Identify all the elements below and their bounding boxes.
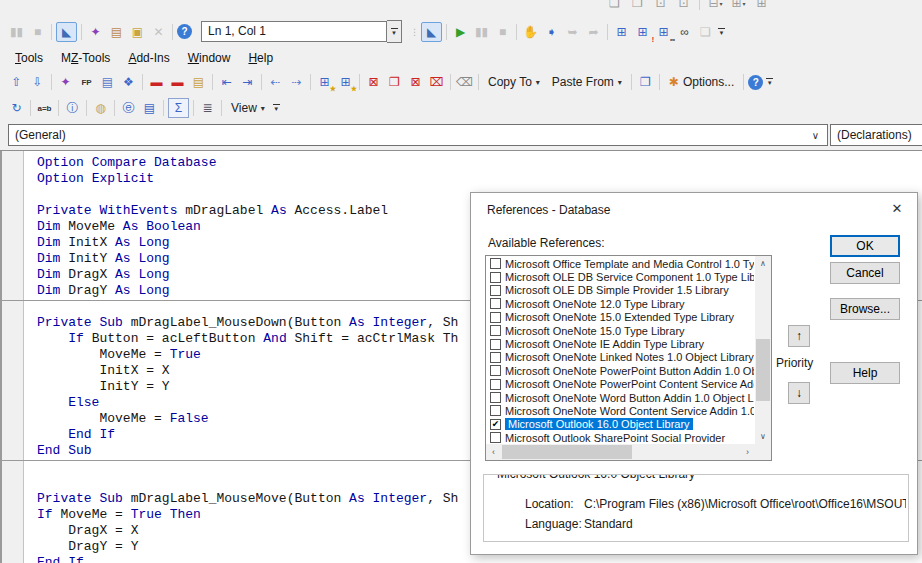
sort-procedures-icon[interactable]: ▤ xyxy=(189,73,208,91)
object-combobox[interactable]: (General) ∨ xyxy=(8,124,828,146)
add-bookmark-icon[interactable]: ⊞★ xyxy=(315,73,334,91)
margin-indicator-bar[interactable] xyxy=(0,151,24,563)
options-button[interactable]: ✱ Options... xyxy=(663,73,740,91)
previous-procedure-icon[interactable]: ⇧ xyxy=(7,73,26,91)
send-to-back-icon[interactable]: ❐ xyxy=(628,0,647,12)
add-procedure-icon[interactable]: ✦ xyxy=(86,23,105,41)
cancel-button[interactable]: Cancel xyxy=(830,262,900,284)
procedure-combobox[interactable]: (Declarations) xyxy=(830,124,922,146)
reference-item[interactable]: Microsoft OneNote IE Addin Type Library xyxy=(487,337,754,350)
menu-add-ins[interactable]: Add-Ins xyxy=(119,48,178,68)
center-icon[interactable]: ⊞▾ xyxy=(729,0,748,12)
reference-item[interactable]: Microsoft OLE DB Simple Provider 1.5 Lib… xyxy=(487,284,754,297)
next-procedure-icon[interactable]: ⇩ xyxy=(28,73,47,91)
web-document-icon[interactable]: ▤ xyxy=(140,99,159,117)
reference-checkbox[interactable] xyxy=(490,325,501,336)
scroll-down-icon[interactable]: ∨ xyxy=(755,429,771,444)
insert-footer-icon[interactable]: ⇥ xyxy=(238,73,257,91)
find-procedure-icon[interactable]: FP xyxy=(77,73,96,91)
outdent-icon[interactable]: ⇠ xyxy=(266,73,285,91)
reference-checkbox[interactable] xyxy=(490,272,501,283)
reference-item[interactable]: Microsoft OneNote PowerPoint Button Addi… xyxy=(487,364,754,377)
view-button[interactable]: View ▾ xyxy=(225,99,271,117)
run-icon[interactable]: ▶ xyxy=(451,23,470,41)
insert-header-icon[interactable]: ⇤ xyxy=(217,73,236,91)
reference-item[interactable]: Microsoft OneNote PowerPoint Content Ser… xyxy=(487,378,754,391)
scroll-left-icon[interactable]: ‹ xyxy=(486,444,501,460)
reference-item[interactable]: ✔Microsoft Outlook 16.0 Object Library xyxy=(487,418,754,431)
reference-item[interactable]: Microsoft OneNote Linked Notes 1.0 Objec… xyxy=(487,351,754,364)
replace-icon[interactable]: a=b xyxy=(35,99,54,117)
references-list[interactable]: Microsoft Office Template and Media Cont… xyxy=(485,255,772,461)
help-book-icon[interactable]: ? xyxy=(748,75,763,90)
delete-bookmark-icon[interactable]: ⊠ xyxy=(364,73,383,91)
form-wizard-icon[interactable]: ▤ xyxy=(107,23,126,41)
database-icon[interactable]: ◍ xyxy=(91,99,110,117)
browser-icon[interactable]: ⓔ xyxy=(119,99,138,117)
reference-item[interactable]: Microsoft OneNote 12.0 Type Library xyxy=(487,297,754,310)
menu-tools[interactable]: Tools xyxy=(6,48,52,68)
insert-code-template-icon[interactable]: ▤ xyxy=(98,73,117,91)
insert-object-icon[interactable]: ▣ xyxy=(128,23,147,41)
reference-item[interactable]: Microsoft OneNote Word Content Service A… xyxy=(487,404,754,417)
help-icon[interactable]: ? xyxy=(177,24,192,39)
list-hscrollbar[interactable]: ‹ › xyxy=(486,444,755,460)
hscroll-thumb[interactable] xyxy=(502,445,632,459)
reference-checkbox[interactable] xyxy=(490,312,501,323)
design-mode-icon[interactable]: ◣ xyxy=(421,22,442,42)
eraser-icon[interactable]: ⌫ xyxy=(455,73,474,91)
procedure-callers-icon[interactable]: ❖ xyxy=(119,73,138,91)
menu-window[interactable]: Window xyxy=(179,48,240,68)
step-into-icon[interactable]: ➧ xyxy=(542,23,561,41)
toolbar-overflow-icon[interactable]: ▼ xyxy=(271,97,282,119)
ungroup-icon[interactable]: ⊡ xyxy=(674,0,693,12)
reference-item[interactable]: Microsoft OneNote 15.0 Type Library xyxy=(487,324,754,337)
ok-button[interactable]: OK xyxy=(830,235,900,257)
remove-module-icon[interactable]: ⊠ xyxy=(406,73,425,91)
reference-item[interactable]: Microsoft OneNote 15.0 Extended Type Lib… xyxy=(487,311,754,324)
outline-icon[interactable]: ≣ xyxy=(198,99,217,117)
line-col-indicator[interactable]: Ln 1, Col 1 xyxy=(201,21,387,42)
menu-help[interactable]: Help xyxy=(239,48,282,68)
sigma-icon[interactable]: Σ xyxy=(168,98,189,118)
reference-checkbox[interactable] xyxy=(490,298,501,309)
delete-lines-icon[interactable]: ⌧ xyxy=(427,73,446,91)
export-module-icon[interactable]: ❐ xyxy=(385,73,404,91)
indent-icon[interactable]: ⇢ xyxy=(287,73,306,91)
browse-button[interactable]: Browse... xyxy=(830,298,900,320)
reference-checkbox[interactable] xyxy=(490,339,501,350)
watch-window-icon[interactable]: ⊞! xyxy=(633,23,652,41)
design-mode-icon[interactable]: ◣ xyxy=(56,22,77,42)
reference-checkbox[interactable] xyxy=(490,352,501,363)
reference-item[interactable]: Microsoft Office Template and Media Cont… xyxy=(487,257,754,270)
refresh-module-icon[interactable]: ↻ xyxy=(7,99,26,117)
reference-item[interactable]: Microsoft OneNote Word Button Addin 1.0 … xyxy=(487,391,754,404)
break-hand-icon[interactable]: ✋ xyxy=(521,23,540,41)
add-procedure-header-icon[interactable]: ▬ xyxy=(147,73,166,91)
group-icon[interactable]: ⊡ xyxy=(651,0,670,12)
reference-checkbox[interactable]: ✔ xyxy=(490,419,501,430)
vscroll-thumb[interactable] xyxy=(756,339,770,401)
find-icon[interactable]: ∞ xyxy=(675,23,694,41)
reference-checkbox[interactable] xyxy=(490,392,501,403)
paste-from-button[interactable]: Paste From ▾ xyxy=(546,73,628,91)
object-browser-icon[interactable]: ⊞∞ xyxy=(654,23,673,41)
make-same-size-icon[interactable]: ⊞ xyxy=(752,0,771,12)
reference-checkbox[interactable] xyxy=(490,258,501,269)
reference-checkbox[interactable] xyxy=(490,432,501,443)
priority-down-button[interactable]: ↓ xyxy=(788,382,810,404)
paste-special-icon[interactable]: ❐ xyxy=(636,73,655,91)
help-button[interactable]: Help xyxy=(830,362,900,384)
toolbar-overflow-icon[interactable]: ▼ xyxy=(764,71,775,93)
reference-checkbox[interactable] xyxy=(490,365,501,376)
scroll-right-icon[interactable]: › xyxy=(740,444,755,460)
close-icon[interactable]: ✕ xyxy=(887,199,907,219)
code-wizard-icon[interactable]: ✦ xyxy=(56,73,75,91)
add-module-header-icon[interactable]: ▬ xyxy=(168,73,187,91)
list-vscrollbar[interactable]: ∧ ∨ xyxy=(755,256,771,444)
line-col-dropdown[interactable]: ▼ xyxy=(387,20,402,43)
reference-item[interactable]: Microsoft OLE DB Service Component 1.0 T… xyxy=(487,270,754,283)
priority-up-button[interactable]: ↑ xyxy=(788,325,810,347)
menu-mz-tools[interactable]: MZ-Tools xyxy=(52,48,119,68)
locals-window-icon[interactable]: ⊞ xyxy=(612,23,631,41)
